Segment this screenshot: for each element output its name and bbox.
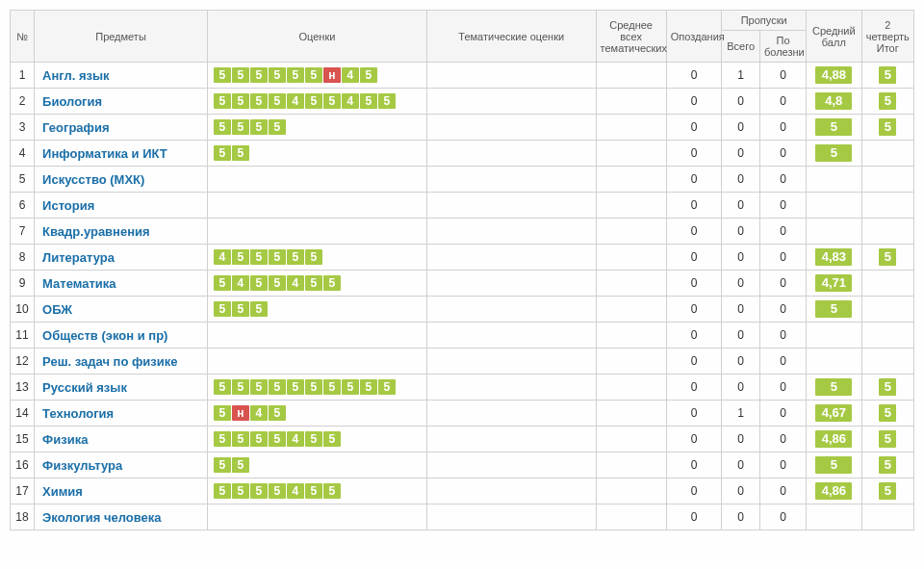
subject-link[interactable]: Обществ (экон и пр): [42, 328, 167, 343]
subject-link[interactable]: История: [42, 198, 94, 213]
grade-badge: 5: [305, 93, 322, 109]
grade-badge: 5: [323, 379, 341, 395]
cell-final: [861, 349, 913, 375]
cell-mean: 4,86: [807, 427, 862, 453]
subject-link[interactable]: Физкультура: [42, 458, 122, 473]
cell-mean: 5: [807, 141, 862, 167]
subject-link[interactable]: Математика: [42, 276, 116, 291]
cell-grades: 455555: [207, 245, 426, 271]
subject-link[interactable]: Англ. язык: [42, 68, 109, 83]
mean-badge: 5: [815, 378, 852, 396]
table-row: 16Физкультура5500055: [11, 453, 914, 478]
grade-badge: 5: [342, 379, 359, 395]
grade-badge: 5: [269, 405, 286, 421]
grade-badge: 5: [250, 249, 268, 265]
grade-badge: 5: [269, 483, 286, 499]
grade-badge: 5: [250, 93, 268, 109]
subject-link[interactable]: Химия: [42, 484, 83, 499]
table-row: 6История000: [11, 193, 914, 219]
subject-link[interactable]: География: [42, 120, 109, 135]
subject-link[interactable]: Физика: [42, 432, 88, 447]
cell-subject: Технология: [35, 401, 208, 427]
subject-link[interactable]: ОБЖ: [42, 302, 72, 317]
cell-abs-sick: 0: [759, 297, 806, 323]
final-badge: 5: [879, 118, 896, 136]
cell-avg-thematic: [596, 427, 666, 453]
grade-badge: 5: [214, 301, 231, 317]
cell-abs-total: 0: [722, 219, 760, 245]
cell-thematic: [426, 427, 596, 453]
subject-link[interactable]: Квадр.уравнения: [42, 224, 150, 239]
cell-final: 5: [861, 245, 913, 271]
cell-num: 15: [11, 427, 35, 453]
table-row: 13Русский язык555555555500055: [11, 375, 914, 401]
grade-badge: 5: [214, 483, 231, 499]
cell-grades: 5555455: [207, 427, 426, 453]
table-row: 7Квадр.уравнения000: [11, 219, 914, 245]
cell-subject: Русский язык: [35, 375, 208, 401]
cell-abs-sick: 0: [759, 193, 806, 219]
subject-link[interactable]: Русский язык: [42, 380, 127, 395]
cell-thematic: [426, 297, 596, 323]
cell-mean: 4,88: [807, 63, 862, 89]
grade-badge: 5: [360, 379, 377, 395]
subject-link[interactable]: Литература: [42, 250, 115, 265]
cell-final: 5: [861, 375, 913, 401]
subject-link[interactable]: Технология: [42, 406, 114, 421]
cell-lateness: 0: [666, 323, 722, 349]
cell-subject: ОБЖ: [35, 297, 208, 323]
grade-badge: 5: [250, 431, 268, 447]
final-badge: 5: [879, 456, 896, 474]
grade-badge: 5: [214, 145, 231, 161]
grade-badge: 4: [342, 93, 359, 109]
subject-link[interactable]: Биология: [42, 94, 102, 109]
cell-thematic: [426, 375, 596, 401]
cell-abs-sick: 0: [759, 323, 806, 349]
cell-abs-sick: 0: [759, 453, 806, 478]
grade-badge: 5: [214, 93, 231, 109]
cell-grades: [207, 349, 426, 375]
table-row: 14Технология5н450104,675: [11, 401, 914, 427]
cell-mean: [807, 349, 862, 375]
cell-lateness: 0: [666, 63, 722, 89]
grade-badge: 5: [214, 379, 231, 395]
cell-abs-sick: 0: [759, 271, 806, 297]
cell-abs-total: 0: [722, 478, 760, 504]
subject-link[interactable]: Искусство (МХК): [42, 172, 144, 187]
final-badge: 5: [879, 378, 896, 396]
final-badge: 5: [879, 66, 896, 84]
cell-thematic: [426, 193, 596, 219]
final-badge: 5: [879, 430, 896, 448]
cell-avg-thematic: [596, 375, 666, 401]
mean-badge: 4,86: [815, 482, 852, 500]
cell-subject: Информатика и ИКТ: [35, 141, 208, 167]
cell-thematic: [426, 504, 596, 530]
grade-badge: 5: [287, 379, 304, 395]
grade-badge: 5: [269, 431, 286, 447]
subject-link[interactable]: Реш. задач по физике: [42, 354, 177, 369]
cell-thematic: [426, 115, 596, 141]
grade-badge: 5: [269, 379, 286, 395]
cell-abs-sick: 0: [759, 89, 806, 115]
col-lateness: Опоздания: [666, 11, 722, 63]
cell-num: 17: [11, 478, 35, 504]
grade-badge: 4: [250, 405, 268, 421]
grade-badge: 5: [214, 119, 231, 135]
cell-abs-sick: 0: [759, 219, 806, 245]
cell-thematic: [426, 453, 596, 478]
grade-badge: 4: [287, 483, 304, 499]
cell-final: [861, 271, 913, 297]
grade-badge: 5: [232, 379, 249, 395]
subject-link[interactable]: Экология человека: [42, 510, 161, 525]
cell-grades: 5555455: [207, 478, 426, 504]
cell-abs-sick: 0: [759, 401, 806, 427]
mean-badge: 5: [815, 118, 852, 136]
subject-link[interactable]: Информатика и ИКТ: [42, 146, 167, 161]
cell-mean: [807, 167, 862, 193]
cell-avg-thematic: [596, 193, 666, 219]
cell-avg-thematic: [596, 115, 666, 141]
cell-mean: 5: [807, 297, 862, 323]
mean-badge: 4,67: [815, 404, 852, 422]
cell-mean: 4,83: [807, 245, 862, 271]
cell-subject: Физкультура: [35, 453, 208, 478]
